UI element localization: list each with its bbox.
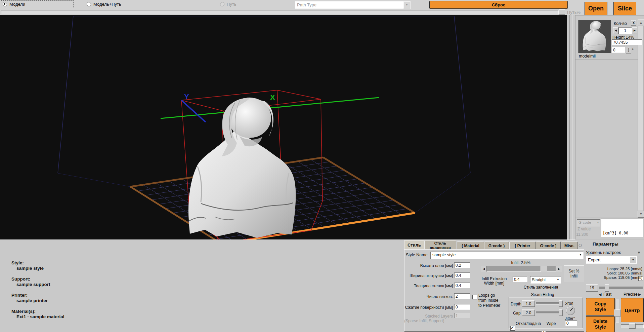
rotation-spinner[interactable]: ▲ ▼ bbox=[626, 47, 631, 53]
seam-depth-slider-handle[interactable] bbox=[559, 300, 563, 307]
loop-count-input[interactable]: 2 bbox=[454, 293, 470, 299]
infill-left-icon: ◀ bbox=[483, 268, 485, 270]
gcode-combobox-value: G-code bbox=[578, 220, 591, 224]
status-printer-label: Printer: bbox=[11, 293, 65, 298]
tab-gcode-close[interactable]: G-code ] bbox=[536, 242, 561, 250]
quality-value[interactable]: 19 bbox=[586, 284, 598, 292]
panel-scrollbar-track[interactable] bbox=[638, 26, 644, 211]
model-thumbnail-image bbox=[578, 20, 610, 52]
center-button[interactable]: Центр bbox=[621, 298, 644, 322]
style-name-combobox[interactable]: sample style ▼ bbox=[430, 252, 584, 259]
model-close-button[interactable]: X bbox=[631, 20, 636, 26]
infill-slider-right-button[interactable]: ▶ bbox=[556, 266, 562, 272]
reset-button[interactable]: Сброс bbox=[429, 1, 568, 9]
print-stats-box: [cm^3] 0.00 [$] 0.00 [min] 0.00 bbox=[601, 219, 643, 237]
retract-checkbox[interactable] bbox=[510, 326, 515, 331]
slice-button[interactable]: Slice bbox=[613, 2, 636, 15]
set-infill-button[interactable]: Set % Infill bbox=[564, 265, 584, 282]
infill-slider[interactable]: ◀ ▶ bbox=[481, 266, 561, 271]
infill-extrusion-input[interactable]: 0.4 bbox=[513, 276, 527, 282]
path-slider-track[interactable] bbox=[1, 10, 559, 14]
open-button[interactable]: Open bbox=[585, 2, 607, 15]
style-name-dropdown-icon: ▼ bbox=[579, 254, 582, 256]
count-left-icon: ◀ bbox=[615, 29, 617, 32]
layer-height-input[interactable]: 0.2 bbox=[454, 262, 470, 268]
seam-gap-slider-handle[interactable] bbox=[559, 309, 563, 316]
height-input[interactable]: 70.7455 bbox=[612, 39, 642, 45]
gcode-dropdown-icon: ▼ bbox=[597, 221, 599, 224]
wall-thickness-input[interactable]: 0.4 bbox=[454, 283, 470, 288]
speed-loops: Loops: 25.25 [mm/s] bbox=[586, 267, 642, 271]
count-decrement-button[interactable]: ◀ bbox=[613, 27, 618, 34]
infill-percent-label: Infill: 2.5% bbox=[480, 260, 561, 265]
speed-readout: Loops: 25.25 [mm/s] Solid: 100.05 [mm/s]… bbox=[586, 267, 642, 280]
tab-misc[interactable]: Misc. bbox=[561, 242, 578, 250]
path-percent-label: Путь% bbox=[567, 10, 581, 15]
status-support-label: Support: bbox=[11, 276, 65, 282]
count-input[interactable]: 1 bbox=[618, 27, 632, 34]
surface-compression-input[interactable]: 0 bbox=[454, 304, 470, 310]
infill-slider-thumb[interactable] bbox=[541, 266, 547, 272]
model-list-separator bbox=[575, 60, 638, 60]
fast-label: Fast bbox=[603, 292, 611, 297]
radio-path: Путь bbox=[220, 1, 247, 8]
settings-level-combobox[interactable]: Expert ▼ bbox=[586, 256, 637, 264]
tab-style[interactable]: Стиль bbox=[404, 240, 424, 250]
seam-jitter-input[interactable]: 0 bbox=[565, 320, 577, 326]
center-slider-handle[interactable] bbox=[629, 323, 636, 329]
seam-gap-value[interactable]: 2.0 bbox=[522, 309, 535, 316]
degree-label: ° bbox=[632, 47, 634, 52]
rotation-input[interactable]: 0 bbox=[612, 47, 625, 53]
style-name-value: sample style bbox=[432, 253, 456, 257]
wipe-checkbox[interactable] bbox=[541, 331, 546, 332]
delete-style-button[interactable]: Delete Style bbox=[586, 316, 615, 332]
seam-angle-dial[interactable] bbox=[566, 306, 575, 315]
infill-right-icon: ▶ bbox=[558, 268, 560, 270]
panel-scroll-down-button[interactable]: ▼ bbox=[638, 211, 644, 218]
top-toolbar: Модели Модель+Путь Путь Path Type ▼ Сбро… bbox=[0, 0, 644, 15]
count-increment-button[interactable]: ▶ bbox=[632, 27, 637, 34]
z-value-label: Z value bbox=[577, 227, 591, 231]
vertical-splitter[interactable] bbox=[567, 15, 575, 239]
seam-gap-slider-track[interactable] bbox=[536, 311, 563, 314]
status-material-label: Material(s): bbox=[11, 309, 65, 314]
tab-material[interactable]: ( Material bbox=[457, 242, 484, 250]
model-thumbnail[interactable] bbox=[578, 20, 611, 53]
speed-sparse: Sparse: 115.05 [mm/s] bbox=[586, 275, 642, 280]
infill-pattern-combobox[interactable]: Straight ▼ bbox=[530, 276, 561, 284]
sparse-note: (Sparse Infill, Support) bbox=[404, 319, 444, 323]
radio-models-dot-icon bbox=[3, 2, 7, 6]
tab-support-style[interactable]: Стиль поддержки bbox=[424, 240, 456, 249]
model-bust bbox=[188, 98, 296, 238]
seam-depth-slider-track[interactable] bbox=[536, 302, 563, 305]
tab-overflow-indicator: O bbox=[578, 243, 582, 248]
viewport-3d[interactable]: Y X bbox=[0, 15, 567, 239]
loops-direction-checkbox[interactable] bbox=[472, 295, 477, 299]
quality-slider-handle[interactable] bbox=[605, 284, 609, 292]
z-value: 11.300 bbox=[576, 232, 588, 237]
settings-level-dropdown-button[interactable]: ▼ bbox=[630, 257, 636, 263]
tab-printer[interactable]: [ Printer bbox=[509, 242, 536, 250]
radio-model-path-dot-icon bbox=[87, 2, 91, 6]
seam-angle-needle-icon bbox=[570, 308, 573, 311]
infill-pattern-label: Стиль заполнения bbox=[519, 285, 563, 290]
status-block: Style: sample style Support: sample supp… bbox=[11, 260, 65, 320]
infill-pattern-value: Straight bbox=[532, 278, 546, 282]
scroll-down-icon: ▼ bbox=[640, 213, 642, 216]
path-slider-handle[interactable] bbox=[559, 9, 565, 15]
loops-direction-note: Loops go from Inside to Perimeter bbox=[478, 293, 509, 308]
radio-models[interactable]: Модели bbox=[1, 1, 73, 8]
tab-gcode-open[interactable]: G-code ) bbox=[484, 242, 509, 250]
panel-scroll-up-button[interactable]: ▲ bbox=[638, 20, 644, 26]
y-axis-label: Y bbox=[184, 93, 189, 101]
radio-model-path[interactable]: Модель+Путь bbox=[87, 1, 137, 8]
spin-up-icon: ▲ bbox=[628, 48, 630, 50]
seam-depth-value[interactable]: 1.0 bbox=[522, 300, 535, 307]
extrusion-width-input[interactable]: 0.4 bbox=[454, 272, 470, 278]
height-label: Height 14% bbox=[612, 35, 634, 40]
seam-gap-label: Gap bbox=[513, 311, 521, 316]
style-vertical-slider-handle[interactable] bbox=[614, 309, 620, 317]
copy-style-button[interactable]: Copy Style bbox=[586, 298, 615, 316]
settings-level-expander-icon[interactable]: ▼ bbox=[637, 250, 641, 255]
stat-volume: [cm^3] 0.00 bbox=[603, 230, 642, 236]
